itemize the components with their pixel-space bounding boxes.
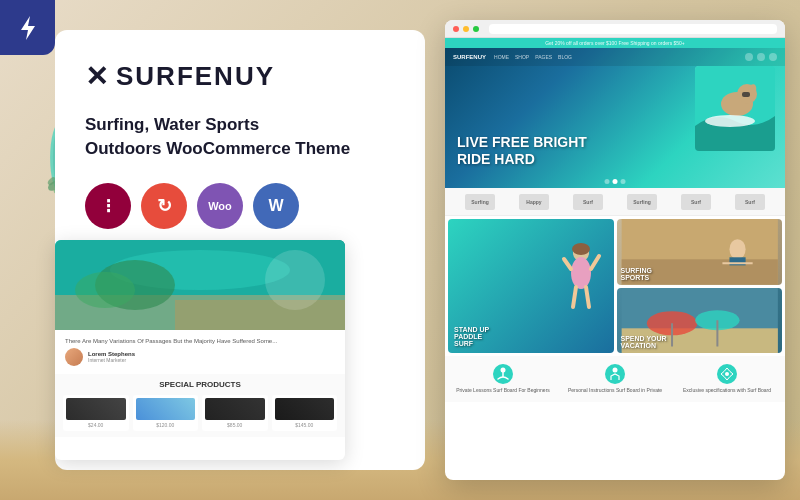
svg-point-19 [572,243,590,255]
browser-minimize-dot [463,26,469,32]
brands-row: Surfing Happy Surf Surfing Surf Surf [445,188,785,216]
feature-label-lessons: Private Lessons Surf Board For Beginners [450,387,556,394]
feature-icon-lessons [493,364,513,384]
brand-logo-2: Happy [519,194,549,210]
reviewer-info: Lorem Stephens Internet Marketer [65,348,335,366]
hero-carousel-dots [605,179,626,184]
nav-link-shop: SHOP [515,54,529,60]
hero-section: SURFENUY HOME SHOP PAGES BLOG LIVE FREE … [445,48,785,188]
category-surfing-sports[interactable]: SURFINGSPORTS [617,219,783,285]
svg-point-38 [613,368,618,373]
svg-point-27 [729,239,745,259]
category-surfing-sports-label: SURFINGSPORTS [621,267,653,281]
product-price-2: $120.00 [136,422,196,428]
svg-point-20 [571,257,591,289]
product-price-1: $24.00 [66,422,126,428]
feature-lessons: Private Lessons Surf Board For Beginners [448,360,558,398]
nav-link-home: HOME [494,54,509,60]
brand-logo-text-6: Surf [745,199,755,205]
hero-title-line2: RIDE HARD [457,151,587,168]
browser-close-dot [453,26,459,32]
hero-dot-3[interactable] [621,179,626,184]
product-image-2 [136,398,196,420]
announcement-bar: Get 20% off all orders over $100 Free Sh… [445,38,785,48]
brand-logo-text-4: Surfing [633,199,651,205]
reviewer-avatar [65,348,83,366]
categories-grid: STAND UPPADDLESURF SURFINGSPORTS [445,216,785,356]
hero-content: LIVE FREE BRIGHT RIDE HARD [457,134,587,168]
svg-point-36 [501,368,506,373]
tagline: Surfing, Water Sports Outdoors WooCommer… [85,113,395,161]
announcement-text: Get 20% off all orders over $100 Free Sh… [545,40,685,46]
search-icon[interactable] [745,53,753,61]
svg-point-39 [725,372,729,376]
svg-marker-0 [21,16,35,40]
product-item-4: $145.00 [272,395,338,431]
brand-logo-5: Surf [681,194,711,210]
svg-line-21 [564,259,571,269]
brand-logo-text-3: Surf [583,199,593,205]
svg-rect-16 [742,92,750,97]
browser-url-bar [489,24,777,34]
svg-point-10 [75,272,135,308]
logo-x-symbol: ✕ [85,60,108,93]
elementor-icon-badge: ⁝ [85,183,131,229]
features-row: Private Lessons Surf Board For Beginners… [445,356,785,402]
hero-nav-action-icons [745,53,777,61]
category-big-label: STAND UPPADDLESURF [454,326,489,347]
feature-exclusive: Exclusive specifications with Surf Board [672,360,782,398]
product-image-1 [66,398,126,420]
feature-label-exclusive: Exclusive specifications with Surf Board [674,387,780,394]
products-section-title: SPECIAL PRODUCTS [63,380,337,389]
cart-icon[interactable] [757,53,765,61]
right-browser-mockup: Get 20% off all orders over $100 Free Sh… [445,20,785,480]
feature-instructions: Personal Instructions Surf Board in Priv… [560,360,670,398]
browser-maximize-dot [473,26,479,32]
wordpress-icon-badge: W [253,183,299,229]
slider-revolution-icon-badge: ↻ [141,183,187,229]
nav-link-pages: PAGES [535,54,552,60]
brand-logo-6: Surf [735,194,765,210]
category-vacation-label: SPEND YOURVACATION [621,335,667,349]
logo-area: ✕ SURFENUY [85,60,395,93]
brand-logo-1: Surfing [465,194,495,210]
category-standup-paddle[interactable]: STAND UPPADDLESURF [448,219,614,353]
hero-nav: SURFENUY HOME SHOP PAGES BLOG [445,48,785,66]
plugin-icons-row: ⁝ ↻ Woo W [85,183,395,229]
product-image-4 [275,398,335,420]
reviewer-title: Internet Marketer [88,357,135,363]
brand-logo-4: Surfing [627,194,657,210]
hero-nav-links: HOME SHOP PAGES BLOG [494,54,737,60]
brand-logo-text-2: Happy [526,199,541,205]
svg-point-17 [705,115,755,127]
hero-dot-2[interactable] [613,179,618,184]
category-vacation[interactable]: SPEND YOURVACATION [617,288,783,354]
product-item-2: $120.00 [133,395,199,431]
product-image-3 [205,398,265,420]
svg-line-22 [591,256,599,269]
category-figure [559,224,604,348]
lightning-icon [17,14,39,42]
review-text: There Are Many Variations Of Passages Bu… [65,338,335,344]
feature-icon-instructions [605,364,625,384]
lightning-badge [0,0,55,55]
product-item-3: $85.00 [202,395,268,431]
nav-link-blog: BLOG [558,54,572,60]
logo-text: SURFENUY [116,61,275,92]
feature-label-instructions: Personal Instructions Surf Board in Priv… [562,387,668,394]
product-price-3: $85.00 [205,422,265,428]
products-grid: $24.00 $120.00 $85.00 $145.00 [63,395,337,431]
mockup-hero-image [55,240,345,330]
brand-logo-text-5: Surf [691,199,701,205]
hero-title-line1: LIVE FREE BRIGHT [457,134,587,151]
hero-nav-logo: SURFENUY [453,54,486,60]
product-price-4: $145.00 [275,422,335,428]
brand-logo-3: Surf [573,194,603,210]
inner-product-mockup: There Are Many Variations Of Passages Bu… [55,240,345,460]
user-icon[interactable] [769,53,777,61]
browser-bar [445,20,785,38]
svg-line-23 [573,287,576,307]
brand-logo-text-1: Surfing [471,199,489,205]
hero-dot-1[interactable] [605,179,610,184]
feature-icon-exclusive [717,364,737,384]
